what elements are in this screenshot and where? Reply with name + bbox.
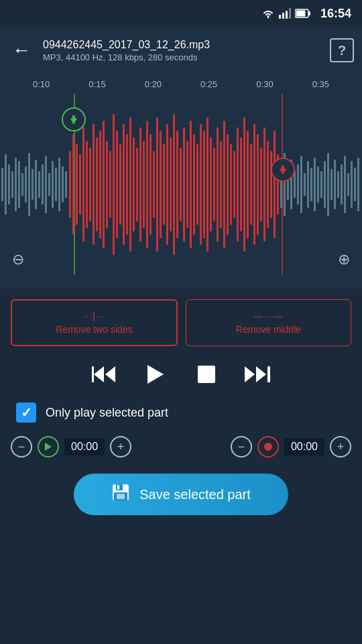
svg-rect-81 [170,138,172,231]
start-time-play-button[interactable] [38,436,59,458]
svg-rect-24 [58,158,60,211]
start-time-group: − 00:00 + [11,436,131,458]
start-time-display: 00:00 [64,438,105,455]
svg-rect-88 [193,134,195,235]
svg-rect-53 [76,144,78,225]
svg-rect-55 [82,127,84,241]
svg-rect-43 [334,160,336,209]
header: ← 0944262445_2017_03_12_26.mp3 MP3, 4410… [0,27,362,74]
svg-rect-64 [113,114,115,255]
timeline-marker-3: 0:20 [145,79,162,89]
svg-rect-74 [146,121,148,248]
svg-rect-57 [89,148,91,221]
only-play-label: Only play selected part [46,406,168,420]
svg-rect-0 [279,15,281,19]
svg-rect-108 [260,148,262,221]
timeline-marker-5: 0:30 [256,79,273,89]
svg-rect-103 [243,117,245,252]
svg-rect-79 [163,144,165,225]
svg-rect-86 [186,141,188,228]
svg-rect-111 [270,151,272,218]
checkbox-row: ✓ Only play selected part [11,402,351,423]
end-time-group: − 00:00 + [231,436,351,458]
timeline-marker-2: 0:15 [88,79,105,89]
svg-rect-73 [143,141,145,228]
svg-rect-71 [136,148,138,221]
svg-rect-54 [79,154,81,215]
end-time-minus-button[interactable]: − [231,436,252,458]
header-info: 0944262445_2017_03_12_26.mp3 MP3, 44100 … [43,39,322,62]
zoom-plus-button[interactable]: ⊕ [338,251,350,268]
waveform-svg [0,94,362,275]
svg-rect-91 [203,131,205,238]
svg-rect-9 [8,164,10,205]
playback-row [11,360,351,389]
timeline-marker-4: 0:25 [200,79,217,89]
svg-rect-92 [206,117,208,252]
help-button[interactable]: ? [330,38,354,62]
only-play-checkbox[interactable]: ✓ [16,402,36,423]
svg-rect-131 [117,494,125,499]
svg-rect-1 [282,13,284,19]
svg-rect-100 [233,151,235,218]
status-time: 16:54 [320,7,351,21]
remove-row: ···|··· Remove two sides —···— Remove mi… [11,299,351,346]
svg-rect-125 [267,366,270,382]
zoom-minus-button[interactable]: ⊖ [12,251,24,268]
remove-middle-button[interactable]: —···— Remove middle [186,299,351,346]
svg-rect-60 [99,131,101,238]
svg-rect-2 [286,11,288,19]
right-handle[interactable] [271,158,295,182]
save-svg-icon [111,483,130,502]
svg-rect-58 [93,124,95,245]
remove-middle-label: Remove middle [236,324,301,335]
start-time-minus-button[interactable]: − [11,436,32,458]
save-selected-part-button[interactable]: Save selected part [74,474,288,515]
svg-rect-107 [257,134,259,235]
svg-rect-52 [72,134,74,235]
svg-rect-70 [133,138,135,231]
svg-rect-94 [213,148,215,221]
back-button[interactable]: ← [8,36,35,65]
checkbox-checkmark: ✓ [21,406,32,419]
svg-rect-120 [92,366,94,382]
svg-rect-102 [240,138,242,231]
end-time-record-button[interactable] [257,436,279,458]
svg-rect-90 [200,124,202,245]
svg-rect-33 [300,156,302,213]
svg-rect-15 [28,153,30,216]
svg-rect-48 [351,161,353,208]
header-filename: 0944262445_2017_03_12_26.mp3 [43,39,322,51]
svg-rect-14 [25,166,27,203]
remove-two-sides-button[interactable]: ···|··· Remove two sides [11,299,178,346]
svg-rect-68 [126,134,128,235]
start-time-plus-button[interactable]: + [110,436,131,458]
save-icon [111,483,130,506]
svg-rect-38 [317,166,319,203]
svg-rect-8 [5,154,7,215]
end-time-plus-button[interactable]: + [330,436,351,458]
svg-rect-31 [294,171,296,198]
fast-forward-button[interactable] [243,360,272,389]
svg-rect-36 [310,168,312,201]
rewind-button[interactable] [90,360,119,389]
svg-rect-104 [247,131,249,238]
svg-rect-34 [304,173,306,196]
svg-rect-65 [116,131,118,238]
waveform-area[interactable]: ⊖ ⊕ [0,94,362,275]
svg-rect-10 [11,171,13,198]
left-handle[interactable] [62,107,86,131]
waveform-container[interactable]: 0:10 0:15 0:20 0:25 0:30 0:35 [0,74,362,288]
svg-rect-46 [344,156,346,213]
svg-rect-110 [267,141,269,228]
svg-rect-59 [96,138,98,231]
svg-rect-45 [341,164,343,205]
svg-rect-106 [253,124,255,245]
svg-rect-99 [230,144,232,225]
svg-rect-6 [296,11,305,17]
svg-rect-44 [337,171,339,198]
svg-rect-87 [190,121,192,248]
stop-button[interactable] [192,360,221,389]
svg-rect-26 [65,171,67,198]
play-button[interactable] [141,360,170,389]
